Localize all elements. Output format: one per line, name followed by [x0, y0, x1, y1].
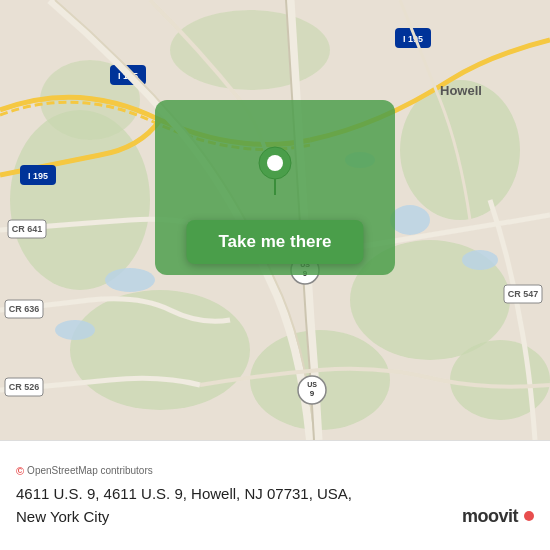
svg-text:CR 547: CR 547 [508, 289, 539, 299]
svg-point-13 [55, 320, 95, 340]
svg-text:I 195: I 195 [28, 171, 48, 181]
map-attribution: © OpenStreetMap contributors [16, 465, 534, 477]
svg-point-10 [105, 268, 155, 292]
take-me-there-button[interactable]: Take me there [186, 220, 363, 264]
svg-text:US: US [307, 381, 317, 388]
svg-text:Howell: Howell [440, 83, 482, 98]
svg-text:CR 526: CR 526 [9, 382, 40, 392]
svg-point-6 [450, 340, 550, 420]
svg-point-11 [462, 250, 498, 270]
svg-point-36 [267, 155, 283, 171]
svg-text:9: 9 [310, 389, 315, 398]
bottom-panel: © OpenStreetMap contributors 4611 U.S. 9… [0, 440, 550, 550]
svg-point-9 [390, 205, 430, 235]
address-line2: New York City [16, 508, 109, 525]
address-line1: 4611 U.S. 9, 4611 U.S. 9, Howell, NJ 077… [16, 483, 534, 504]
osm-logo: © [16, 465, 24, 477]
map-pin [255, 145, 295, 199]
attribution-text: OpenStreetMap contributors [27, 465, 153, 476]
moovit-logo: moovit [462, 506, 534, 527]
map-container: I 195 I 195 I 195 US 9 US 9 [0, 0, 550, 550]
svg-text:CR 636: CR 636 [9, 304, 40, 314]
svg-text:CR 641: CR 641 [12, 224, 43, 234]
svg-point-7 [170, 10, 330, 90]
moovit-dot [524, 511, 534, 521]
moovit-brand-text: moovit [462, 506, 518, 527]
